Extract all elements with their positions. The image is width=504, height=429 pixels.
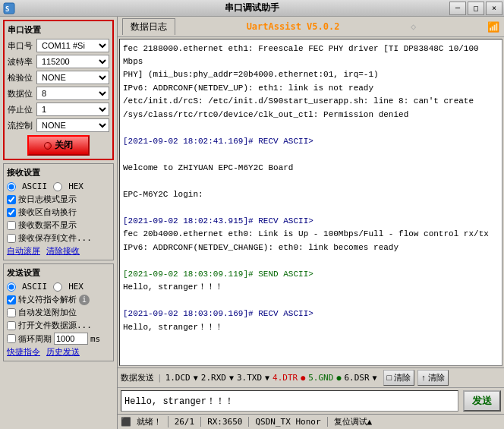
clear-btn1[interactable]: □ 清除 [383,370,415,386]
log-line [123,121,499,134]
right-panel: 数据日志 UartAssist V5.0.2 ◇ 📶 fec 2188000.e… [118,17,504,429]
ms-unit-label: ms [90,334,100,344]
send-append-row: 自动发送附加位 [7,307,110,318]
send-escape-checkbox[interactable] [7,295,16,304]
log-line: fec 20b4000.ethernet eth0: Link is Up - … [123,228,499,241]
port-close-button[interactable]: 关闭 [27,135,90,156]
log-line: Welcome to ZHIYUAN EPC-M6Y2C Board [123,162,499,175]
stop-bits-select[interactable]: 1 [36,103,109,116]
minimize-button[interactable]: ─ [449,2,466,15]
log-area[interactable]: fec 2188000.ethernet eth1: Freescale FEC… [119,39,502,366]
flow-control-row: 流控制 NONE [8,118,109,132]
send-file-row: 打开文件数据源... [7,320,110,331]
send-ascii-radio[interactable] [7,282,16,292]
window-title: 串口调试助手 [225,2,279,14]
rxd-label: 2.RXD [201,373,226,383]
log-line: [2021-09-02 18:02:41.169]# RECV ASCII> [123,135,499,148]
send-file-checkbox[interactable] [7,321,16,330]
send-ascii-label: ASCII [22,282,47,292]
recv-save-file-row: 接收保存到文件... [7,232,110,244]
receive-settings-section: 接收设置 ASCII HEX 按日志模式显示 接收区自动换行 接收数据不显示 [3,163,114,260]
send-escape-label: 转义符指令解析 [18,294,77,305]
recv-no-display-row: 接收数据不显示 [7,219,110,231]
history-send-link[interactable]: 历史发送 [46,346,80,358]
log-line: EPC-M6Y2C login: [123,188,499,201]
receive-encoding-row: ASCII HEX [7,181,110,191]
window-controls: ─ □ × [449,2,502,15]
left-panel: 串口设置 串口号 COM11 #Si 波特率 115200 检验位 NONE [0,17,118,429]
stop-bits-row: 停止位 1 [8,103,109,116]
recv-log-mode-row: 按日志模式显示 [7,194,110,205]
log-line: PHY] (mii_bus:phy_addr=20b4000.ethernet:… [123,68,499,81]
send-encoding-row: ASCII HEX [7,282,110,292]
clear-btn2[interactable]: ↑ 清除 [417,370,449,386]
red-dot-icon [44,142,52,150]
send-tab-label: 数据发送 [121,372,154,383]
log-line: /sys/class/rtc/rtc0/device/clk_out_ctl: … [123,109,499,121]
main-container: 串口设置 串口号 COM11 #Si 波特率 115200 检验位 NONE [0,17,504,429]
log-line: [2021-09-02 18:03:09.119]# SEND ASCII> [123,268,499,281]
data-bits-select[interactable]: 8 [36,87,109,100]
recv-save-file-label: 接收保存到文件... [18,232,92,244]
recv-ascii-radio[interactable] [7,182,16,191]
parity-select[interactable]: NONE [36,71,109,84]
log-line [123,254,499,267]
auto-scroll-link[interactable]: 自动滚屏 [7,245,40,257]
flow-control-select[interactable]: NONE [36,118,109,132]
log-line [123,148,499,161]
send-link-row: 快捷指令 历史发送 [7,346,110,358]
status-extra: 复位调试▲ [334,416,379,427]
help-icon[interactable]: i [79,295,90,305]
recv-link-row: 自动滚屏 清除接收 [7,245,110,257]
dcd-label: 1.DCD [165,373,191,383]
clear-recv-link[interactable]: 清除接收 [46,245,80,257]
log-line: [2021-09-02 18:02:43.915]# RECV ASCII> [123,215,499,228]
send-escape-row: 转义符指令解析 i [7,294,110,305]
close-button[interactable]: × [486,2,502,15]
dsr-label: 6.DSR [344,373,369,383]
send-loop-row: 循环周期 ms [7,333,110,345]
gnd-label: 5.GND [308,373,333,383]
recv-save-file-checkbox[interactable] [7,234,16,243]
log-line: Hello, stranger！！！ [123,321,499,334]
send-loop-checkbox[interactable] [7,334,16,343]
recv-hex-radio[interactable] [53,182,62,191]
recv-no-display-checkbox[interactable] [7,221,16,230]
version-label: UartAssist V5.0.2 [247,21,340,32]
log-line: [2021-09-02 18:03:09.169]# RECV ASCII> [123,308,499,320]
app-icon: S [3,2,15,14]
parity-label: 检验位 [8,72,36,84]
recv-no-display-label: 接收数据不显示 [18,219,77,231]
send-input[interactable] [121,390,458,412]
status-rx: RX:3650 [207,417,249,427]
log-line: IPv6: ADDRCONF(NETDEV_UP): eth1: link is… [123,82,499,95]
dtr-label: 4.DTR [272,373,298,383]
diamond-icon: ◇ [411,21,416,32]
port-number-label: 串口号 [8,40,36,52]
receive-settings-title: 接收设置 [7,167,110,178]
shortcut-link[interactable]: 快捷指令 [7,346,40,358]
recv-auto-wrap-checkbox[interactable] [7,208,16,217]
log-line [123,175,499,188]
status-position: 26/1 [175,417,202,427]
send-button[interactable]: 发送 [463,390,501,412]
txd-label: 3.TXD [237,373,262,383]
loop-interval-input[interactable] [54,333,88,345]
port-number-select[interactable]: COM11 #Si [36,39,109,52]
port-number-row: 串口号 COM11 #Si [8,39,109,52]
send-settings-title: 发送设置 [7,267,110,279]
recv-auto-wrap-label: 接收区自动换行 [18,207,77,218]
maximize-button[interactable]: □ [468,2,484,15]
baud-rate-select[interactable]: 115200 [36,55,109,68]
bottom-panel: 数据发送 | 1.DCD ▼ 2.RXD ▼ 3.TXD ▼ 4.DTR ● 5… [118,367,504,414]
send-hex-radio[interactable] [53,282,62,292]
log-line [123,201,499,214]
recv-log-mode-checkbox[interactable] [7,195,16,204]
send-hex-label: HEX [68,282,83,292]
log-line: Hello, stranger！！！ [123,281,499,294]
send-append-checkbox[interactable] [7,308,16,317]
log-tab[interactable]: 数据日志 [122,18,175,35]
port-settings-section: 串口设置 串口号 COM11 #Si 波特率 115200 检验位 NONE [3,20,114,160]
wifi-icon: 📶 [487,21,499,33]
log-header: 数据日志 UartAssist V5.0.2 ◇ 📶 [118,17,504,37]
